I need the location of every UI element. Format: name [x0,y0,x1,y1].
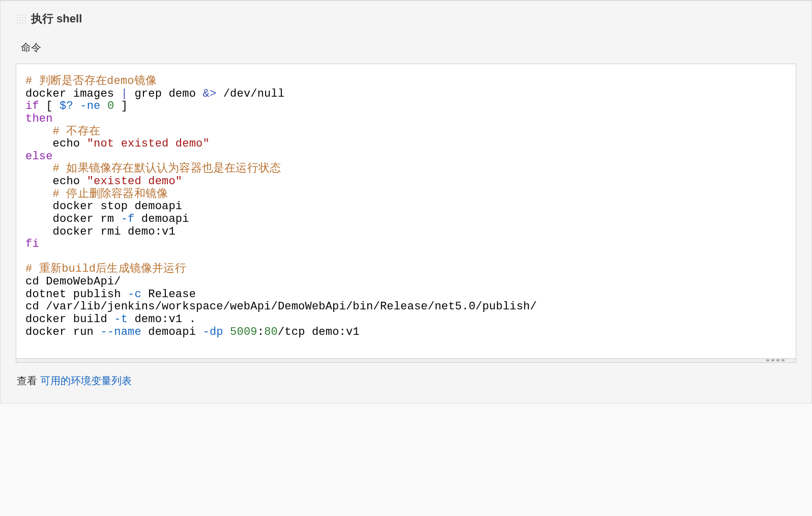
code-text: cd /var/lib/jenkins/workspace/webApi/Dem… [25,300,537,313]
code-text: ] [114,100,128,112]
code-text: cd DemoWebApi/ [25,275,121,288]
code-number: 80 [264,326,278,338]
code-flag: --name [100,326,141,338]
code-text: demoapi [134,213,189,225]
code-keyword-fi: fi [25,238,39,250]
code-text: [ [39,100,60,112]
code-text: docker build [25,313,114,326]
code-text: docker images [25,88,121,100]
section-title-row: 执行 shell [16,11,796,26]
code-comment: # 停止删除容器和镜像 [25,188,168,200]
code-text: docker run [25,326,100,338]
code-string: "existed demo" [87,175,183,188]
code-text: docker rm [25,213,121,225]
code-flag: -dp [202,326,223,338]
code-number: 0 [107,100,114,112]
code-text: demoapi [141,326,203,338]
command-code-editor[interactable]: # 判断是否存在demo镜像 docker images | grep demo… [16,64,796,359]
code-text: docker rmi demo:v1 [25,225,176,238]
code-variable: $? [60,100,73,112]
code-text: /tcp demo:v1 [278,326,360,338]
section-title: 执行 shell [31,11,82,26]
code-text: : [257,326,264,338]
code-comment: # 重新build后生成镜像并运行 [25,263,186,275]
code-string: "not existed demo" [87,137,210,150]
footer-prefix: 查看 [17,375,40,386]
code-comment: # 判断是否存在demo镜像 [25,75,157,88]
editor-resize-handle[interactable] [16,359,796,363]
code-text: /dev/null [216,88,284,100]
code-redir: &> [202,88,216,100]
code-keyword-then: then [25,112,53,125]
code-comment: # 不存在 [25,125,100,138]
code-text [73,100,80,112]
code-text: docker stop demoapi [25,200,182,213]
code-text: dotnet publish [25,288,128,301]
code-flag: -ne [80,100,100,112]
code-text: grep demo [128,88,202,100]
code-text: echo [25,175,87,188]
code-flag: -t [114,313,128,326]
drag-handle-icon[interactable] [16,13,27,24]
code-text [100,100,107,112]
code-comment: # 如果镜像存在默认认为容器也是在运行状态 [25,162,281,175]
build-step-execute-shell: 执行 shell 命令 # 判断是否存在demo镜像 docker images… [0,0,812,404]
env-vars-link[interactable]: 可用的环境变量列表 [40,375,132,386]
code-text: echo [25,137,87,150]
code-pipe: | [121,88,128,100]
code-flag: -c [128,288,141,301]
code-number: 5009 [230,326,257,338]
footer-row: 查看 可用的环境变量列表 [17,374,796,388]
code-text: demo:v1 . [128,313,196,326]
code-flag: -f [121,213,135,225]
code-text: Release [141,288,196,301]
command-label: 命令 [21,41,796,54]
code-keyword-else: else [25,150,53,163]
code-keyword-if: if [25,100,39,112]
code-text [223,326,230,338]
